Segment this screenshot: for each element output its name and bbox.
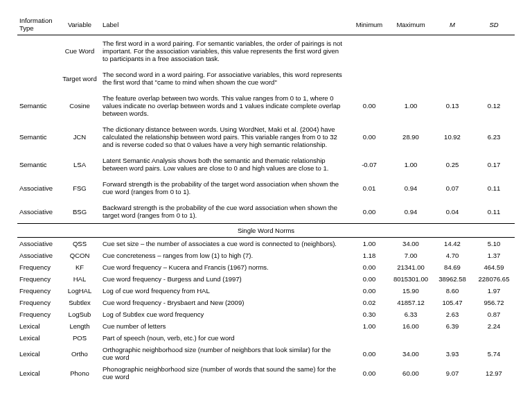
cell-min: 0.00 (348, 121, 390, 152)
cell-m: 0.07 (432, 176, 473, 200)
cell-min: 0.00 (348, 261, 390, 273)
cell-sd: 5.10 (473, 238, 515, 250)
table-row: FrequencyKFCue word frequency – Kucera a… (17, 261, 515, 273)
cell-sd (473, 67, 515, 90)
cell-sd: 0.17 (473, 152, 515, 176)
header-sd: SD (473, 14, 515, 35)
cell-max: 0.94 (390, 200, 432, 224)
cell-max: 6.33 (390, 308, 432, 320)
cell-label: Cue word frequency - Brysbaert and New (… (100, 297, 348, 308)
cell-min: 0.00 (348, 344, 390, 363)
cell-label: Orthographic neighborhood size (number o… (100, 344, 348, 363)
cell-max (390, 332, 432, 344)
cell-label: Log of Subtlex cue word frequency (100, 308, 348, 320)
cell-type (17, 67, 59, 90)
table-row: SemanticLSALatent Semantic Analysis show… (17, 152, 515, 176)
cell-variable: JCN (59, 121, 100, 152)
cell-m: 8.60 (432, 285, 473, 297)
cell-max: 60.00 (390, 363, 432, 383)
cell-max: 1.00 (390, 90, 432, 121)
cell-label: Cue concreteness – ranges from low (1) t… (100, 250, 348, 261)
table-row: AssociativeBSGBackward strength is the p… (17, 200, 515, 224)
cell-sd: 228076.65 (473, 273, 515, 285)
cell-type: Associative (17, 176, 59, 200)
header-label: Label (100, 14, 348, 35)
cell-variable: KF (59, 261, 100, 273)
cell-label: The first word in a word pairing. For se… (100, 35, 348, 67)
cell-max: 15.90 (390, 285, 432, 297)
cell-min: 0.00 (348, 90, 390, 121)
cell-sd: 1.37 (473, 250, 515, 261)
cell-label: Latent Semantic Analysis shows both the … (100, 152, 348, 176)
cell-m (432, 35, 473, 67)
cell-variable: Ortho (59, 344, 100, 363)
cell-max: 7.00 (390, 250, 432, 261)
cell-m: 38962.58 (432, 273, 473, 285)
cell-max: 34.00 (390, 344, 432, 363)
cell-m (432, 67, 473, 90)
cell-sd: 464.59 (473, 261, 515, 273)
table-row: SemanticCosineThe feature overlap betwee… (17, 90, 515, 121)
table-row: LexicalOrthoOrthographic neighborhood si… (17, 344, 515, 363)
cell-m: 14.42 (432, 238, 473, 250)
cell-min: -0.07 (348, 152, 390, 176)
cell-min: 1.00 (348, 238, 390, 250)
cell-sd: 0.87 (473, 308, 515, 320)
cell-sd: 6.23 (473, 121, 515, 152)
cell-type: Frequency (17, 285, 59, 297)
cell-type: Lexical (17, 320, 59, 332)
cell-max: 28.90 (390, 121, 432, 152)
cell-type: Associative (17, 200, 59, 224)
cell-sd: 0.11 (473, 176, 515, 200)
table-row: FrequencySubtlexCue word frequency - Bry… (17, 297, 515, 308)
table-row: LexicalLengthCue number of letters1.0016… (17, 320, 515, 332)
cell-label: The dictionary distance between words. U… (100, 121, 348, 152)
cell-min: 0.02 (348, 297, 390, 308)
cell-m: 6.39 (432, 320, 473, 332)
cell-max: 34.00 (390, 238, 432, 250)
cell-label: Log of cue word frequency from HAL (100, 285, 348, 297)
cell-variable: Cue Word (59, 35, 100, 67)
cell-type: Lexical (17, 344, 59, 363)
cell-label: Cue set size – the number of associates … (100, 238, 348, 250)
cell-m: 3.93 (432, 344, 473, 363)
cell-sd: 956.72 (473, 297, 515, 308)
cell-variable: LogSub (59, 308, 100, 320)
cell-sd (473, 35, 515, 67)
table-row: AssociativeQCONCue concreteness – ranges… (17, 250, 515, 261)
cell-min: 0.00 (348, 363, 390, 383)
cell-variable: Length (59, 320, 100, 332)
cell-type: Associative (17, 250, 59, 261)
table-row: Target wordThe second word in a word pai… (17, 67, 515, 90)
cell-max: 8015301.00 (390, 273, 432, 285)
cell-sd (473, 332, 515, 344)
table-row: FrequencyLogHALLog of cue word frequency… (17, 285, 515, 297)
cell-min: 0.00 (348, 285, 390, 297)
header-type: Information Type (17, 14, 59, 35)
cell-max: 21341.00 (390, 261, 432, 273)
cell-type: Semantic (17, 121, 59, 152)
cell-min (348, 67, 390, 90)
cell-variable: BSG (59, 200, 100, 224)
cell-variable: Target word (59, 67, 100, 90)
cell-label: Forward strength is the probability of t… (100, 176, 348, 200)
cell-m: 9.07 (432, 363, 473, 383)
cell-variable: Subtlex (59, 297, 100, 308)
cell-m: 10.92 (432, 121, 473, 152)
cell-sd: 12.97 (473, 363, 515, 383)
cell-variable: QSS (59, 238, 100, 250)
cell-sd: 5.74 (473, 344, 515, 363)
cell-type: Lexical (17, 363, 59, 383)
cell-max: 1.00 (390, 152, 432, 176)
cell-type: Associative (17, 238, 59, 250)
cell-variable: QCON (59, 250, 100, 261)
cell-min (348, 35, 390, 67)
cell-variable: Phono (59, 363, 100, 383)
cell-min: 0.00 (348, 273, 390, 285)
cell-type: Semantic (17, 90, 59, 121)
cell-type: Lexical (17, 332, 59, 344)
cell-type: Frequency (17, 273, 59, 285)
cell-min: 0.01 (348, 176, 390, 200)
cell-m: 0.25 (432, 152, 473, 176)
section-row: Single Word Norms (17, 224, 515, 238)
